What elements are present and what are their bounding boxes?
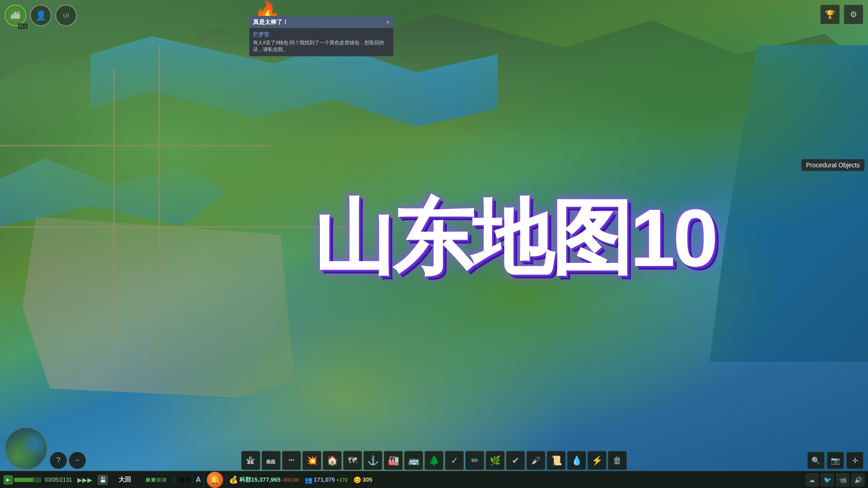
camera-button[interactable]: 📹 [836, 474, 849, 486]
chat-close-button[interactable]: × [386, 19, 390, 25]
density-value: 35.3 [178, 476, 190, 483]
park-icon: 🌲 [429, 455, 440, 466]
water-icon: 💧 [571, 455, 582, 466]
tool-industry[interactable]: 🏭 [384, 451, 403, 470]
settings-button[interactable]: ⚙ [844, 5, 863, 24]
population-icon: 👥 [305, 476, 312, 483]
map-icon: 🗺 [348, 455, 357, 466]
pencil-icon: ✏ [471, 455, 479, 466]
leaf-icon: 🌿 [490, 455, 501, 466]
disaster-icon: 💥 [306, 455, 318, 466]
brush-icon: 🖌 [531, 455, 540, 466]
harbor-icon: ⚓ [367, 455, 379, 466]
fast-forward-button[interactable]: ▶▶▶ [77, 476, 92, 483]
main-menu-button[interactable]: 🏙 v1.1 [5, 5, 26, 26]
stat-happiness: 😊 305 [350, 476, 375, 483]
stat-population: 👥 171,075 +170 [301, 476, 350, 483]
play-button[interactable]: ▶ [4, 475, 13, 484]
separator [173, 473, 174, 487]
status-right-icons: ☁ 🐦 📹 🔊 [806, 474, 864, 486]
font-icon: A [196, 476, 201, 484]
info-button[interactable]: 👤 [30, 5, 52, 26]
info-icon: 👤 [35, 10, 47, 21]
mini-map-cell [151, 478, 156, 482]
version-tag: v1.1 [18, 24, 28, 29]
tool-electricity[interactable]: ⚡ [587, 451, 606, 470]
sound-button[interactable]: 🔊 [852, 474, 864, 486]
mini-map-cell [157, 478, 161, 482]
chat-user-name: 烂梦莹 [253, 31, 390, 38]
tool-water[interactable]: 💧 [567, 451, 586, 470]
tool-map[interactable]: 🗺 [343, 451, 362, 470]
road-icon: 🛣 [246, 455, 255, 466]
tool-check2[interactable]: ✔ [506, 451, 525, 470]
mini-map-cell [162, 478, 167, 482]
ui-button[interactable]: UI [55, 5, 77, 26]
tool-checkmark[interactable]: ✓ [445, 451, 464, 470]
tool-brush[interactable]: 🖌 [526, 451, 545, 470]
building-icon: 🏠 [327, 455, 338, 466]
tool-building[interactable]: 🏠 [323, 451, 342, 470]
money-value: 科郡15,377,965 [239, 476, 281, 484]
tool-pencil[interactable]: ✏ [465, 451, 484, 470]
right-side-controls: 🔍 📷 ✛ [807, 452, 863, 469]
money-change: -000,00 [282, 477, 299, 483]
camera-move-button[interactable]: ✛ [846, 452, 863, 469]
tool-harbor[interactable]: ⚓ [363, 451, 382, 470]
save-button[interactable]: 💾 [98, 475, 108, 485]
ui-icon: UI [63, 12, 69, 19]
minimap[interactable] [5, 427, 48, 470]
tool-garbage[interactable]: 🗑 [608, 451, 627, 470]
city-area [23, 217, 294, 398]
tool-disaster[interactable]: 💥 [302, 451, 321, 470]
search-icon: 🔍 [811, 456, 820, 465]
chat-dialog: 真是太棒了！ × 烂梦莹 有人#丢了#钱包 吗？我找到了一个黑色皮质钱包，想取回… [249, 16, 394, 57]
speed-bar [14, 478, 41, 482]
status-date: 03/05/2131 [45, 477, 72, 483]
bottom-tool-row: 🛣 🏘 ••• 💥 🏠 🗺 ⚓ 🏭 🚌 🌲 ✓ ✏ 🌿 ✔ 🖌 📜 💧 ⚡ 🗑 [241, 451, 627, 470]
demolish-button[interactable]: − [69, 452, 86, 469]
notif-emoji: 🔔 [210, 475, 220, 485]
tool-more[interactable]: ••• [282, 451, 301, 470]
population-trend: +170 [336, 477, 348, 483]
screenshot-button[interactable]: 📷 [827, 452, 844, 469]
stat-notification[interactable]: 🔔 [204, 472, 226, 488]
chirper-button[interactable]: 🐦 [821, 474, 834, 486]
play-controls: ▶ [4, 475, 41, 484]
chat-title-bar: 真是太棒了！ × [249, 16, 393, 28]
chat-message-text: 有人#丢了#钱包 吗？我找到了一个黑色皮质钱包，想取回的话，请私信我。 [253, 39, 390, 53]
weather-button[interactable]: ☁ [806, 474, 818, 486]
check2-icon: ✔ [512, 455, 520, 466]
tool-road[interactable]: 🛣 [241, 451, 260, 470]
tool-transport[interactable]: 🚌 [404, 451, 423, 470]
water-river-secondary [0, 158, 226, 226]
achievements-button[interactable]: 🏆 [820, 5, 840, 24]
mini-map-cell [146, 478, 150, 482]
tool-zone[interactable]: 🏘 [262, 451, 281, 470]
main-title: 山东地图10 [313, 184, 716, 293]
bottom-left-controls: ? − [50, 452, 86, 469]
play-icon: ▶ [6, 477, 10, 482]
tool-policy[interactable]: 📜 [547, 451, 566, 470]
chirper-icon: 🐦 [824, 476, 831, 483]
happiness-value: 305 [362, 476, 372, 483]
stat-money: 💰 科郡15,377,965 -000,00 [226, 475, 301, 484]
zone-icon: 🏘 [267, 455, 276, 466]
electricity-icon: ⚡ [591, 455, 603, 466]
tool-leaf[interactable]: 🌿 [486, 451, 505, 470]
chat-message-area: 烂梦莹 有人#丢了#钱包 吗？我找到了一个黑色皮质钱包，想取回的话，请私信我。 [249, 28, 393, 56]
tool-park[interactable]: 🌲 [424, 451, 444, 470]
help-button[interactable]: ? [50, 452, 67, 469]
main-menu-icon: 🏙 [11, 10, 20, 21]
save-icon: 💾 [100, 477, 106, 483]
screenshot-icon: 📷 [831, 456, 840, 465]
demolish-icon: − [75, 456, 79, 464]
game-viewport: 山东地图10 🔥 真是太棒了！ × 烂梦莹 有人#丢了#钱包 吗？我找到了一个黑… [0, 0, 868, 488]
stat-density: 35.3 [175, 476, 192, 483]
top-left-toolbar: 🏙 v1.1 👤 UI [5, 5, 77, 26]
industry-icon: 🏭 [388, 455, 399, 466]
minimap-inner [5, 428, 47, 469]
top-right-controls: 🏆 ⚙ [820, 5, 863, 24]
search-button[interactable]: 🔍 [807, 452, 825, 469]
check-icon: ✓ [451, 455, 458, 466]
